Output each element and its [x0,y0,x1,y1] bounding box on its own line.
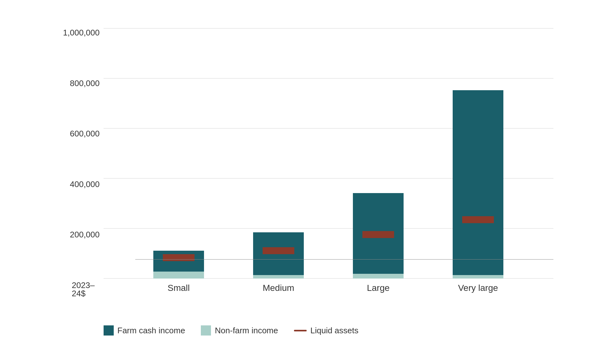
liquid-assets-marker [163,254,195,261]
bar-nonfarm-segment [153,272,204,279]
y-label-1000000: 1,000,000 [63,28,100,37]
bar-group [247,232,310,279]
x-label: Small [168,283,190,293]
bar-group [147,251,210,279]
bar-nonfarm-segment [253,275,304,279]
bar-group [446,90,510,279]
legend-label: Non-farm income [215,326,278,336]
bar-farm-cash-segment [253,232,304,275]
bar-stack [453,90,503,279]
bar-stack [253,232,304,279]
legend-swatch [201,325,211,336]
x-label-group: Large [347,279,410,298]
legend: Farm cash incomeNon-farm incomeLiquid as… [104,325,359,336]
y-label-600000: 600,000 [70,129,100,138]
x-label: Very large [458,283,498,293]
y-axis: 1,000,000 800,000 600,000 400,000 200,00… [72,28,104,298]
legend-item: Farm cash income [104,325,185,336]
liquid-assets-marker [263,247,294,254]
chart-area: 1,000,000 800,000 600,000 400,000 200,00… [72,28,553,298]
x-label-group: Medium [247,279,310,298]
y-label-800000: 800,000 [70,79,100,87]
baseline [135,259,553,260]
y-label-0: 2023–24$ [72,281,100,298]
bar-group [347,193,410,279]
bar-stack [353,193,404,279]
bar-farm-cash-segment [453,90,503,275]
bar-farm-cash-segment [153,251,204,272]
y-label-200000: 200,000 [70,230,100,239]
bar-stack [153,251,204,279]
x-label: Large [367,283,390,293]
legend-label: Farm cash income [118,326,185,336]
bar-nonfarm-segment [453,275,503,279]
legend-swatch [104,325,114,336]
liquid-assets-marker [362,231,394,238]
x-label: Medium [263,283,294,293]
x-label-group: Small [147,279,210,298]
liquid-assets-marker [462,216,494,223]
bar-nonfarm-segment [353,274,404,279]
y-label-400000: 400,000 [70,180,100,188]
x-label-group: Very large [446,279,510,298]
legend-label: Liquid assets [310,326,359,336]
bars-area [104,28,553,279]
plot-area [104,28,553,279]
legend-item: Liquid assets [294,326,359,336]
legend-item: Non-farm income [201,325,278,336]
legend-swatch [294,330,307,331]
bar-farm-cash-segment [353,193,404,274]
chart-container: 1,000,000 800,000 600,000 400,000 200,00… [34,16,572,348]
x-axis-labels: SmallMediumLargeVery large [104,279,553,298]
